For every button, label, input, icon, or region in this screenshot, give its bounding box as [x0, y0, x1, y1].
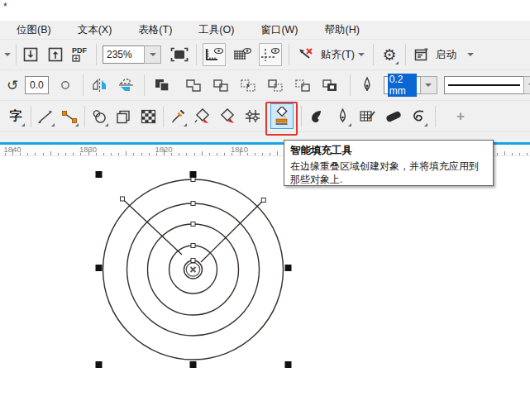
ruler-tick: [141, 153, 142, 155]
outline-width-value[interactable]: 0.2 mm: [384, 76, 420, 94]
diagonal-line[interactable]: [201, 200, 264, 262]
interactive-fill-tool[interactable]: [193, 105, 212, 128]
menu-window[interactable]: 窗口(W): [258, 21, 300, 39]
menu-tools[interactable]: 工具(O): [196, 21, 236, 39]
rotation-angle-input[interactable]: 0.0: [25, 76, 49, 94]
shaping-intersect-button[interactable]: [238, 74, 258, 97]
pattern-fill-tool[interactable]: [138, 105, 158, 128]
snap-to-label[interactable]: 贴齐(T): [321, 48, 355, 62]
shaping-create-boundary-button[interactable]: [320, 74, 340, 97]
ruler-tick: [194, 153, 195, 155]
ruler-tick: [217, 153, 217, 155]
ruler-tick: [270, 153, 270, 155]
selection-handle[interactable]: [285, 265, 292, 271]
ruler-tick: [58, 153, 59, 155]
selection-handle[interactable]: [96, 361, 103, 368]
smudge-tool[interactable]: [307, 105, 327, 128]
mirror-horizontal-button[interactable]: [90, 74, 110, 97]
menu-bar: 位图(B) 文本(X) 表格(T) 工具(O) 窗口(W) 帮助(H): [0, 21, 530, 40]
show-grid-toggle[interactable]: [231, 43, 254, 66]
export-button[interactable]: [45, 43, 65, 66]
selection-handle[interactable]: [285, 361, 292, 368]
rotation-angle-button[interactable]: ↺: [2, 74, 22, 97]
eyedropper-icon: [170, 108, 186, 125]
launch-label[interactable]: 启动: [436, 48, 456, 62]
object-node[interactable]: [191, 178, 195, 182]
object-node[interactable]: [261, 198, 265, 203]
ruler-tick: [186, 153, 187, 155]
object-node[interactable]: [191, 202, 195, 206]
menu-text[interactable]: 文本(X): [75, 21, 115, 39]
ruler-tick: [80, 153, 81, 155]
drawing-canvas[interactable]: [0, 156, 530, 420]
mirror-vertical-button[interactable]: [117, 74, 136, 97]
object-node[interactable]: [121, 197, 125, 201]
selection-handle[interactable]: [190, 361, 197, 368]
publish-pdf-button[interactable]: PDF: [70, 43, 90, 66]
import-button[interactable]: [21, 43, 41, 66]
zoom-level-value[interactable]: 235%: [103, 45, 144, 64]
line-style-combobox[interactable]: [444, 76, 530, 94]
line-tool[interactable]: [36, 105, 55, 128]
ruler-tick: [20, 153, 21, 155]
add-tool-button[interactable]: +: [451, 105, 470, 128]
object-node[interactable]: [191, 222, 195, 227]
shaping-trim-button[interactable]: [211, 74, 231, 97]
object-node[interactable]: [191, 244, 195, 248]
rotate-icon: ↺: [7, 79, 18, 93]
pen-tool[interactable]: [332, 105, 352, 128]
ruler-tick: [209, 153, 210, 155]
smart-fill-tool[interactable]: [270, 103, 294, 130]
mesh-fill-icon: [217, 108, 237, 125]
text-tool[interactable]: 字: [6, 105, 26, 128]
show-guidelines-toggle[interactable]: [259, 43, 282, 66]
object-node[interactable]: [191, 259, 195, 263]
line-style-sample[interactable]: [444, 76, 523, 94]
shape-squares-tool[interactable]: [113, 105, 133, 128]
menu-table[interactable]: 表格(T): [136, 21, 174, 39]
ruler-tick: [164, 149, 165, 155]
fullscreen-preview-button[interactable]: [170, 43, 189, 66]
shaping-weld-button[interactable]: [184, 74, 203, 97]
smudge-icon: [308, 108, 325, 125]
bezier-tool[interactable]: [60, 105, 79, 128]
selection-handle[interactable]: [190, 171, 197, 178]
shaping-front-minus-back-button[interactable]: [293, 74, 313, 97]
shape-circles-tool[interactable]: [89, 105, 109, 128]
menu-help[interactable]: 帮助(H): [322, 21, 362, 39]
intersect-icon: [239, 78, 257, 93]
pen-table-tool[interactable]: [358, 105, 378, 128]
outline-pen-button[interactable]: [357, 74, 377, 97]
ruler-tick: [118, 153, 119, 155]
shaping-simplify-button[interactable]: [265, 74, 285, 97]
show-rulers-toggle[interactable]: [203, 43, 226, 66]
snap-to-dropdown[interactable]: [355, 43, 368, 66]
mesh-fill-tool[interactable]: [217, 105, 237, 128]
mesh-grid-tool[interactable]: [242, 105, 262, 128]
toolbar-overflow-chevron-icon[interactable]: [2, 43, 13, 66]
ruler-tick: [277, 151, 278, 155]
menu-bitmap[interactable]: 位图(B): [14, 21, 54, 39]
bezier-tool-icon: [60, 109, 79, 124]
line-style-dropdown[interactable]: [523, 76, 530, 94]
zoom-dropdown-button[interactable]: [144, 45, 161, 64]
ruler-tick: [103, 153, 104, 155]
zoom-level-combobox[interactable]: 235%: [103, 45, 161, 64]
circles-tool-icon: [90, 108, 108, 124]
ruler-tick: [247, 153, 248, 155]
options-button[interactable]: ⚙: [380, 43, 399, 66]
launch-app-button[interactable]: [412, 43, 432, 66]
snap-off-button[interactable]: [295, 43, 315, 66]
curve-tool[interactable]: [408, 105, 428, 128]
order-to-front-button[interactable]: [152, 74, 172, 97]
connector-tool[interactable]: [384, 105, 403, 128]
outline-width-combobox[interactable]: 0.2 mm: [384, 76, 437, 94]
separator: [96, 44, 97, 65]
selection-handle[interactable]: [96, 171, 103, 178]
tooltip-smart-fill: 智能填充工具 在边缘重叠区域创建对象，并将填充应用到那些对象上.: [284, 140, 494, 186]
selection-handle[interactable]: [96, 265, 103, 271]
eyedropper-tool[interactable]: [168, 105, 188, 128]
launch-dropdown[interactable]: [465, 43, 476, 66]
separator: [405, 44, 406, 65]
outline-width-dropdown[interactable]: [420, 76, 437, 94]
